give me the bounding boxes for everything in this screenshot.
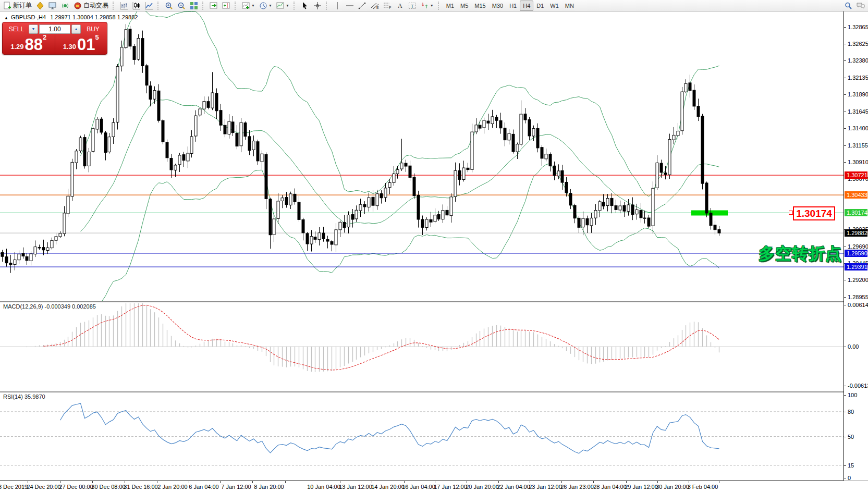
terminal-button[interactable] (46, 0, 59, 11)
axis-tick (844, 179, 846, 179)
rsi-pane-canvas[interactable] (0, 392, 843, 481)
price-tag-anchor[interactable] (789, 211, 793, 215)
time-label: 23 Jan 12:00 (529, 484, 562, 490)
buy-button[interactable]: BUY (81, 26, 105, 33)
axis-label: 1.32865 (848, 24, 868, 30)
time-label: 2 Jan 20:00 (157, 484, 188, 490)
time-label: 24 Dec 20:00 (27, 484, 60, 490)
axis-label: 1.30910 (848, 159, 868, 165)
time-label: 30 Jan 20:00 (656, 484, 689, 490)
chart-shift-icon (222, 2, 230, 10)
price-axis[interactable]: 1.328651.326251.323801.321351.318901.316… (843, 11, 868, 481)
time-tick (561, 481, 562, 483)
periods-button[interactable]: ▼ (257, 0, 274, 11)
timeframe-w1-button[interactable]: W1 (547, 1, 562, 11)
timeframe-h4-button[interactable]: H4 (520, 1, 533, 11)
time-label: 10 Jan 04:00 (307, 484, 340, 490)
zoom-in-button[interactable] (163, 0, 175, 11)
sell-button[interactable]: SELL (4, 26, 29, 33)
axis-tick (844, 305, 846, 305)
hline-button[interactable] (344, 0, 356, 11)
label-button[interactable]: T (406, 0, 419, 11)
chevron-down-icon: ▼ (268, 4, 272, 7)
pane-separator[interactable] (0, 391, 868, 393)
price-tag-1.30174[interactable]: 1.30174 (793, 206, 835, 220)
new-order-button[interactable]: 新订单 (1, 0, 34, 11)
toolbar-separator (157, 2, 161, 10)
axis-tick (844, 478, 846, 478)
chart-area[interactable]: ▲GBPUSD-,H41.29971 1.30004 1.29858 1.298… (0, 11, 868, 492)
price-level-label: 1.29590 (845, 250, 867, 257)
indicators-button[interactable]: ▼ (240, 0, 257, 11)
crosshair-button[interactable] (311, 0, 324, 11)
time-label: 26 Jan 23:00 (560, 484, 594, 490)
timeframe-mn-button[interactable]: MN (562, 1, 577, 11)
chat-button[interactable] (854, 0, 867, 11)
volume-input[interactable]: 1.00 (39, 24, 70, 34)
autotrading-icon (74, 2, 82, 10)
volume-decrease-button[interactable]: ▼ (29, 24, 38, 34)
time-label: 22 Jan 04:00 (497, 484, 530, 490)
bar-chart-button[interactable] (118, 0, 130, 11)
time-tick (530, 481, 530, 483)
axis-tick (844, 78, 846, 78)
timeframe-m30-button[interactable]: M30 (489, 1, 506, 11)
time-axis[interactable]: 23 Dec 201924 Dec 20:0027 Dec 00:0030 De… (0, 481, 843, 492)
signals-button[interactable] (59, 0, 71, 11)
time-label: 16 Jan 04:00 (402, 484, 435, 490)
buy-price-display[interactable]: 1.30 01 5 (55, 34, 107, 54)
mt4-window: 新订单自动交易▼▼▼EFAT▼M1M5M15M30H1H4D1W1MN ▲GBP… (0, 0, 868, 492)
autotrading-button[interactable]: 自动交易 (71, 0, 111, 11)
line-chart-button[interactable] (143, 0, 155, 11)
svg-text:E: E (376, 6, 379, 9)
new-order-button-label: 新订单 (13, 1, 32, 10)
timeframe-m15-button[interactable]: M15 (471, 1, 488, 11)
time-label: 8 Jan 20:00 (254, 484, 284, 490)
fibonacci-button[interactable]: F (381, 0, 394, 11)
time-tick (719, 481, 719, 483)
axis-label: 1.29200 (848, 277, 868, 283)
price-level-label: 1.30433 (845, 191, 867, 199)
time-tick (220, 481, 221, 483)
symbol-name: GBPUSD-,H4 (11, 14, 46, 20)
time-label: 30 Dec 08:00 (91, 484, 125, 490)
time-label: 28 Jan 04:00 (593, 484, 627, 490)
timeframe-m1-button[interactable]: M1 (443, 1, 457, 11)
volume-increase-button[interactable]: ▲ (71, 24, 81, 34)
trendline-button[interactable] (356, 0, 369, 11)
zoom-out-button[interactable] (175, 0, 188, 11)
timeframe-h1-button[interactable]: H1 (506, 1, 520, 11)
collapse-triangle-icon[interactable]: ▲ (4, 16, 8, 20)
sell-price-display[interactable]: 1.29 88 2 (3, 34, 55, 54)
axis-label: 1.32135 (848, 75, 868, 81)
timeframe-d1-button[interactable]: D1 (533, 1, 547, 11)
time-tick (593, 481, 594, 483)
search-button[interactable] (842, 0, 854, 11)
chinese-annotation-text[interactable]: 多空转折点 (759, 243, 842, 265)
main-chart-canvas[interactable] (0, 11, 843, 301)
cursor-button[interactable] (299, 0, 311, 11)
templates-button[interactable]: ▼ (274, 0, 291, 11)
toolbar-separator (202, 2, 206, 10)
candlestick-chart-button[interactable] (130, 0, 143, 11)
text-button[interactable]: A (394, 0, 406, 11)
axis-label: 1.31645 (848, 108, 868, 115)
channel-button[interactable]: E (369, 0, 381, 11)
vline-button[interactable] (331, 0, 344, 11)
auto-scroll-button[interactable] (207, 0, 220, 11)
time-tick (60, 481, 60, 483)
time-label: 31 Dec 16:00 (124, 484, 157, 490)
tile-windows-button[interactable] (188, 0, 200, 11)
chart-shift-button[interactable] (220, 0, 233, 11)
time-tick (125, 481, 125, 483)
macd-pane-canvas[interactable] (0, 302, 843, 391)
pane-separator[interactable] (0, 301, 868, 303)
one-click-trading-panel: SELL ▼ 1.00 ▲ BUY 1.29 88 2 1.30 01 5 (2, 22, 107, 55)
arrows-button[interactable]: ▼ (419, 0, 436, 11)
timeframe-m5-button[interactable]: M5 (457, 1, 471, 11)
axis-label: 50 (848, 434, 854, 440)
time-label: 3 Feb 04:00 (688, 484, 718, 490)
metaeditor-button[interactable] (34, 0, 46, 11)
axis-tick (844, 412, 846, 412)
axis-label: 0.006146 (848, 302, 868, 308)
